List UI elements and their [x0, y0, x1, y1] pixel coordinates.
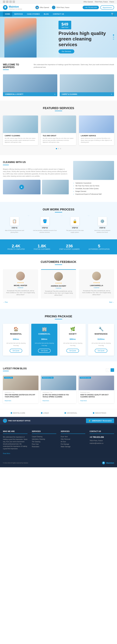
- hero-person-image: [5, 18, 37, 58]
- check-icon-5: ✓: [73, 193, 74, 195]
- emergency-label[interactable]: EMERGENCY Restoration: [92, 420, 112, 422]
- feedback-title-block: CUSTOMERS FEEDBACK: [3, 260, 114, 265]
- footer-who-title: WHO WE ARE: [3, 430, 28, 434]
- check-icon-2: ✓: [73, 185, 74, 187]
- footer-link-odor[interactable]: Odor Removal: [61, 438, 85, 440]
- footer-read-more-button[interactable]: Read More: [3, 453, 10, 454]
- hero-dot-1[interactable]: [113, 34, 114, 36]
- tile-service-title: TILE AND GROUT: [43, 135, 74, 136]
- play-button[interactable]: ▶: [19, 185, 24, 190]
- hero-dot-3[interactable]: [113, 38, 114, 40]
- step-arrow-3: →: [86, 214, 91, 217]
- blog-prev-arrow[interactable]: ←: [106, 368, 109, 372]
- service-dot-1[interactable]: [56, 148, 57, 149]
- stat-customers-number: 1.8K: [34, 244, 50, 248]
- footer-link-air-duct[interactable]: Air Duct: [61, 441, 85, 442]
- blog-meta-1: maintenance / Tips: [5, 392, 37, 393]
- commercial-cta[interactable]: Get Quote: [38, 349, 51, 353]
- reviewer-role-1: Customer: [5, 287, 36, 288]
- footer-link-floor[interactable]: Floor Care: [32, 443, 56, 445]
- google-icon[interactable]: g: [9, 0, 12, 3]
- pricing-residential: 🏠 RESIDENTIAL $49/mo 100 sq feet Wet and…: [3, 324, 29, 356]
- feedback-next-button[interactable]: Next →: [109, 302, 114, 303]
- step-1-title: STEP 01: [5, 227, 25, 229]
- top-country: France: [109, 1, 114, 3]
- service-dot-3[interactable]: [60, 148, 61, 149]
- maintenance-icon: 🔧: [90, 327, 112, 332]
- footer-link-upholstery[interactable]: Upholstery Cleaning: [32, 438, 56, 440]
- feedback-navigation: ← Prev Next →: [3, 302, 114, 303]
- header-info: ⏰ Office Opened 📍 75014 Paris, France: [35, 6, 69, 9]
- stars-1: ★★★★★: [5, 282, 36, 284]
- tile-service-content: TILE AND GROUT We offer various ways tha…: [41, 133, 76, 145]
- carpet-service-title: CARPET CLEANING: [5, 135, 36, 136]
- card-plus-icon: +: [54, 94, 55, 95]
- tile-service-img: [41, 116, 76, 133]
- pricing-cards: 🏠 RESIDENTIAL $49/mo 100 sq feet Wet and…: [3, 324, 114, 356]
- cleaning-images: ▶: [3, 180, 69, 194]
- nav-blog[interactable]: Blog: [42, 12, 51, 17]
- footer-link-water[interactable]: Water Damage: [61, 446, 85, 448]
- footer-link-carpet[interactable]: Carpet Cleaning: [32, 436, 56, 438]
- hero-model-img: [5, 18, 37, 58]
- linkedin-icon[interactable]: in: [13, 0, 15, 3]
- footer-services-list-2: Dryer Vent Odor Removal Air Duct Fire Da…: [61, 436, 85, 448]
- partner-industries: Industries: [93, 412, 106, 414]
- hero-cta-button[interactable]: Our Services: [59, 49, 74, 54]
- society-cta[interactable]: Get Quote: [66, 349, 79, 353]
- find-office-label[interactable]: FIND OUR NEAREST OFFICE: [8, 420, 30, 422]
- feature-text-4: Budget Oriented.: [75, 190, 87, 192]
- nav-home[interactable]: Home: [3, 12, 12, 17]
- residential-cta[interactable]: Get Quote: [10, 349, 22, 353]
- nav-search-icon[interactable]: 🔍: [111, 13, 114, 16]
- facebook-icon[interactable]: f: [3, 0, 5, 3]
- blog-read-more-1[interactable]: Read More: [5, 400, 11, 402]
- blog-img-3: Residential Cases: [78, 376, 114, 390]
- cleaning-title: CLEANING WITH US: [3, 161, 69, 164]
- nav-case-studies[interactable]: Case Studies: [25, 12, 42, 17]
- blog-content-2: maintenance / Tips 10 TIPS YOU SHOULD KN…: [41, 390, 76, 403]
- footer-link-restoration[interactable]: Restoration: [32, 446, 56, 448]
- blog-next-arrow[interactable]: →: [110, 368, 114, 372]
- phone-button[interactable]: +44 753.832.634: [83, 6, 99, 9]
- service-card-carpet: CARPET CLEANING We offer various ways th…: [3, 116, 38, 145]
- maintenance-cta[interactable]: Get Quote: [95, 349, 107, 353]
- blog-read-more-3[interactable]: Read More: [80, 400, 87, 402]
- residential-type: RESIDENTIAL: [5, 333, 27, 335]
- footer-logo-name: Mainton: [106, 462, 114, 464]
- stat-customers: 1.8K Positive Customers: [34, 244, 50, 250]
- appointment-button[interactable]: Appointment: [100, 6, 114, 10]
- pricing-underline: [55, 319, 62, 319]
- nav-contact[interactable]: Contact Us: [51, 12, 66, 17]
- find-office-block: 📍 FIND OUR NEAREST OFFICE: [3, 419, 30, 423]
- twitter-icon[interactable]: t: [6, 0, 9, 3]
- welcome-underline: [3, 70, 9, 70]
- feedback-card-2: ★★★★★ ANDREW ZACHERY Customer "Exception…: [41, 269, 76, 299]
- partner-dot-2: [41, 412, 42, 414]
- footer-link-fire[interactable]: Fire Damage: [61, 443, 85, 445]
- blog-card-1: Cleaning Tips maintenance / Tips TIPS FO…: [3, 376, 39, 403]
- hero-price-badge: $49 Start From: [59, 21, 71, 29]
- process-step-1: 📋 STEP 01 Idea of discovering pressure a…: [3, 217, 26, 234]
- blog-read-more-2[interactable]: Read More: [43, 400, 49, 402]
- service-card-laundry: LAUNDRY SERVICE Quick references from ou…: [79, 116, 114, 145]
- carpet-service-desc: We offer various ways that you can clean…: [5, 138, 36, 144]
- reviewer-role-3: Customer: [81, 287, 112, 288]
- carpet-label: CARPET & CLEANING +: [60, 92, 114, 96]
- blog-post-title-3: HOW TO CHOOSE A QUALITY AIR DUCT CLEANIN…: [80, 394, 112, 398]
- footer-bottom: © 2014-2016 All rights reserved by Maint…: [3, 459, 114, 464]
- hero-dot-2[interactable]: [113, 36, 114, 38]
- logo[interactable]: Mainton Cleaning & Co-Service: [3, 5, 22, 10]
- process-title-block: OUR WORK PROCESS: [3, 208, 114, 212]
- laundry-service-title: LAUNDRY SERVICE: [81, 135, 112, 136]
- footer-link-dryer[interactable]: Dryer Vent: [61, 436, 85, 438]
- feedback-prev-button[interactable]: ← Prev: [3, 302, 8, 303]
- clock-icon: ⏰: [35, 6, 39, 9]
- nav-services[interactable]: Services: [12, 12, 25, 17]
- service-dot-2[interactable]: [58, 148, 59, 149]
- blog-title: LATEST FROM BLOG: [3, 367, 27, 370]
- footer-link-tile[interactable]: Tile Cleaning: [32, 441, 56, 442]
- welcome-card-commercial: COMMERCIAL & SOCIETY +: [3, 74, 57, 96]
- process-title: OUR WORK PROCESS: [3, 208, 114, 211]
- step-arrow-1: →: [26, 214, 30, 217]
